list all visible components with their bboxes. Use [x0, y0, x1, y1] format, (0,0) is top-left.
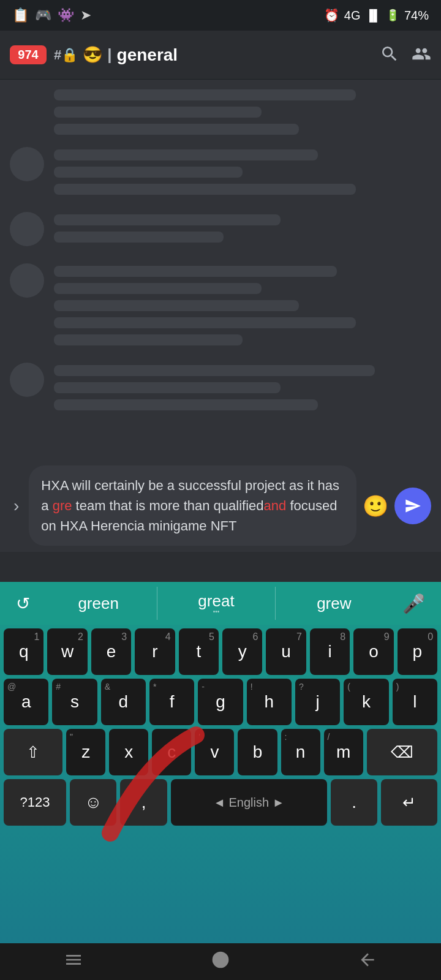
message-input-area[interactable]: › HXA will certainly be a successful pro… — [0, 459, 441, 552]
notification-icon: 📋 — [12, 7, 29, 23]
members-icon — [412, 44, 431, 64]
send-icon — [404, 497, 421, 514]
microphone-button[interactable]: 🎤 — [393, 593, 435, 614]
key-shift[interactable]: ⇧ — [4, 729, 62, 775]
key-b[interactable]: b — [238, 729, 277, 775]
key-period[interactable]: . — [331, 779, 377, 826]
key-w[interactable]: 2w — [47, 628, 87, 675]
svg-point-0 — [213, 951, 229, 968]
key-space[interactable]: ◄ English ► — [171, 779, 327, 826]
key-e[interactable]: 3e — [91, 628, 131, 675]
key-a[interactable]: @a — [4, 679, 48, 725]
key-h[interactable]: !h — [247, 679, 292, 725]
network-type: 4G — [344, 9, 361, 23]
key-backspace[interactable]: ⌫ — [367, 729, 437, 775]
key-g[interactable]: -g — [198, 679, 243, 725]
message-text-part3: team that is more than qualified — [72, 498, 263, 513]
game-icon: 🎮 — [35, 7, 51, 23]
channel-emoji: 😎 — [83, 45, 102, 64]
message-text-highlight2: and — [264, 498, 287, 513]
back-icon — [358, 950, 377, 970]
search-button[interactable] — [380, 44, 399, 66]
alarm-icon: ⏰ — [324, 8, 339, 23]
key-k[interactable]: (k — [344, 679, 388, 725]
key-numbers[interactable]: ?123 — [4, 779, 66, 826]
key-u[interactable]: 7u — [266, 628, 306, 675]
send-icon: ➤ — [80, 7, 91, 23]
status-right-icons: ⏰ 4G ▐▌ 🔋 74% — [324, 8, 429, 23]
status-bar: 📋 🎮 👾 ➤ ⏰ 4G ▐▌ 🔋 74% — [0, 0, 441, 31]
bottom-navigation[interactable] — [0, 943, 441, 980]
avatar-skeleton — [10, 147, 44, 181]
key-enter[interactable]: ↵ — [381, 779, 437, 826]
suggestion-word-2[interactable]: great — [157, 587, 275, 620]
battery-icon: 🔋 — [386, 9, 399, 22]
key-j[interactable]: ?j — [295, 679, 340, 725]
key-r[interactable]: 4r — [135, 628, 175, 675]
skeleton-message-1 — [10, 147, 431, 195]
skeleton-message-4 — [10, 363, 431, 410]
lock-icon: #🔒 — [54, 47, 78, 63]
keyboard-row-4: ?123 ☺ , ◄ English ► . ↵ — [4, 779, 437, 826]
key-q[interactable]: 1q — [4, 628, 43, 675]
emoji-button[interactable]: 🙂 — [363, 494, 388, 518]
home-button[interactable] — [192, 944, 249, 980]
key-c[interactable]: c — [152, 729, 191, 775]
key-d[interactable]: &d — [101, 679, 146, 725]
expand-button[interactable]: › — [10, 492, 23, 519]
key-x[interactable]: x — [109, 729, 148, 775]
avatar-skeleton — [10, 212, 44, 246]
key-i[interactable]: 8i — [310, 628, 350, 675]
suggestions-refresh-button[interactable]: ↺ — [6, 594, 40, 614]
send-button[interactable] — [394, 488, 431, 524]
suggestions-row[interactable]: ↺ green great grew 🎤 — [0, 582, 441, 625]
key-n[interactable]: :n — [281, 729, 320, 775]
keyboard[interactable]: ↺ green great grew 🎤 1q 2w 3e 4r 5t 6y 7… — [0, 582, 441, 943]
menu-button[interactable] — [45, 944, 102, 980]
status-left-icons: 📋 🎮 👾 ➤ — [12, 7, 91, 23]
home-icon — [211, 950, 230, 970]
channel-header: 974 #🔒 😎 | general — [0, 31, 441, 80]
key-o[interactable]: 9o — [353, 628, 393, 675]
battery-level: 74% — [404, 9, 429, 23]
skeleton-message-3 — [10, 263, 431, 345]
skeleton-message-2 — [10, 212, 431, 246]
key-f[interactable]: *f — [149, 679, 194, 725]
key-p[interactable]: 0p — [398, 628, 437, 675]
menu-icon — [64, 950, 83, 970]
discord-icon: 👾 — [58, 7, 74, 23]
key-l[interactable]: )l — [393, 679, 437, 725]
avatar-skeleton — [10, 363, 44, 397]
key-smiley[interactable]: ☺ — [70, 779, 116, 826]
search-icon — [380, 44, 399, 64]
channel-name-text: general — [117, 45, 178, 65]
suggestion-word-3[interactable]: grew — [276, 589, 393, 618]
keyboard-row-3: ⇧ "z x c 'v b :n /m ⌫ — [4, 729, 437, 775]
message-text-highlight1: gre — [53, 498, 72, 513]
suggestion-word-1[interactable]: green — [40, 589, 157, 618]
message-bubble[interactable]: HXA will certainly be a successful proje… — [29, 466, 356, 546]
signal-bars: ▐▌ — [365, 9, 381, 22]
key-z[interactable]: "z — [66, 729, 105, 775]
key-v[interactable]: 'v — [195, 729, 234, 775]
key-s[interactable]: #s — [52, 679, 97, 725]
chat-area — [0, 80, 441, 459]
key-y[interactable]: 6y — [222, 628, 262, 675]
header-actions[interactable] — [380, 44, 431, 66]
keyboard-row-2: @a #s &d *f -g !h ?j (k )l — [4, 679, 437, 725]
key-comma[interactable]: , — [120, 779, 167, 826]
keyboard-row-1: 1q 2w 3e 4r 5t 6y 7u 8i 9o 0p — [4, 628, 437, 675]
key-t[interactable]: 5t — [179, 628, 219, 675]
keyboard-keys[interactable]: 1q 2w 3e 4r 5t 6y 7u 8i 9o 0p @a #s &d *… — [0, 625, 441, 828]
members-button[interactable] — [412, 44, 431, 66]
notification-badge: 974 — [10, 45, 47, 64]
key-m[interactable]: /m — [324, 729, 363, 775]
avatar-skeleton — [10, 263, 44, 298]
back-button[interactable] — [339, 944, 396, 980]
channel-title: #🔒 😎 | general — [54, 45, 372, 65]
